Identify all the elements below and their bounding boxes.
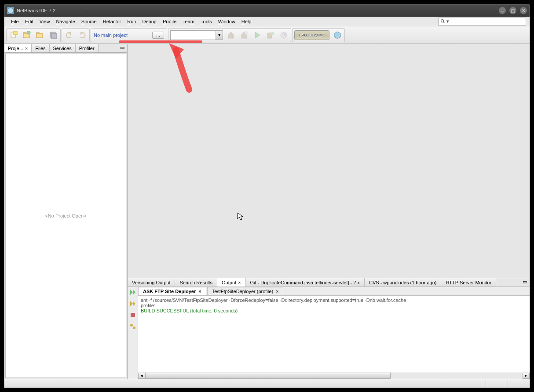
svg-point-7 — [27, 31, 30, 34]
undo-button[interactable] — [64, 30, 74, 40]
menubar: File Edit View Navigate Source Refactor … — [4, 17, 530, 26]
minimize-button[interactable]: – — [499, 7, 506, 14]
svg-rect-21 — [271, 32, 274, 35]
close-icon[interactable]: × — [198, 289, 201, 294]
memory-indicator[interactable]: 158,8/312,0MB — [294, 30, 329, 40]
scrollbar-thumb[interactable] — [145, 373, 391, 379]
minimize-output-button[interactable]: ▭ — [520, 278, 530, 287]
menu-tools[interactable]: Tools — [198, 18, 215, 25]
projects-tree: <No Project Open> — [5, 54, 126, 378]
clean-build-button[interactable] — [239, 30, 249, 40]
left-panel: Proje...× Files Services Profiler ▭ <No … — [4, 44, 128, 379]
menu-window[interactable]: Window — [215, 18, 238, 25]
menu-debug[interactable]: Debug — [139, 18, 159, 25]
console-line: profile: — [141, 303, 527, 308]
rerun-button[interactable] — [129, 289, 136, 296]
svg-marker-29 — [133, 301, 135, 306]
close-icon[interactable]: × — [238, 280, 241, 285]
settings-button[interactable] — [129, 323, 136, 330]
svg-rect-4 — [14, 31, 17, 35]
menu-profile[interactable]: Profile — [160, 18, 179, 25]
tab-output[interactable]: Output× — [217, 278, 245, 287]
svg-line-2 — [443, 22, 445, 23]
debug-button[interactable] — [265, 30, 276, 40]
netbeans-icon — [7, 7, 14, 14]
svg-marker-19 — [255, 32, 260, 38]
bottom-tabs: Versioning Output Search Results Output×… — [128, 278, 530, 287]
svg-rect-14 — [228, 35, 234, 38]
output-panel: Versioning Output Search Results Output×… — [128, 278, 530, 379]
svg-point-31 — [130, 324, 133, 327]
tab-http-monitor[interactable]: HTTP Server Monitor — [441, 278, 496, 287]
dropdown-icon: ▾ — [216, 31, 223, 40]
tab-search-results[interactable]: Search Results — [175, 278, 217, 287]
svg-rect-30 — [131, 313, 135, 317]
new-file-button[interactable] — [8, 30, 19, 40]
close-icon[interactable]: × — [276, 289, 278, 294]
save-all-button[interactable] — [48, 30, 59, 40]
run-button[interactable] — [252, 30, 263, 40]
tab-projects[interactable]: Proje...× — [4, 44, 32, 52]
profile-button[interactable] — [278, 30, 289, 40]
svg-marker-26 — [130, 290, 133, 295]
menu-team[interactable]: Team — [179, 18, 198, 25]
svg-point-32 — [133, 327, 135, 329]
maximize-button[interactable]: ▢ — [509, 7, 516, 14]
menu-file[interactable]: File — [8, 18, 22, 25]
svg-rect-9 — [37, 33, 39, 34]
redo-button[interactable] — [77, 30, 88, 40]
menu-help[interactable]: Help — [238, 18, 255, 25]
svg-marker-28 — [130, 301, 133, 306]
tab-services[interactable]: Services — [50, 44, 76, 52]
scroll-right-button[interactable]: ▸ — [523, 373, 530, 379]
close-button[interactable]: ✕ — [520, 7, 527, 14]
menu-navigate[interactable]: Navigate — [53, 18, 78, 25]
svg-rect-20 — [267, 33, 272, 38]
tab-cvs[interactable]: CVS - wp-includes (1 hour ago) — [365, 278, 441, 287]
console-line: BUILD SUCCESSFUL (total time: 0 seconds) — [141, 308, 527, 313]
svg-rect-16 — [241, 35, 247, 38]
svg-rect-6 — [23, 33, 26, 34]
menu-run[interactable]: Run — [124, 18, 139, 25]
app-window: NetBeans IDE 7.2 – ▢ ✕ File Edit View Na… — [4, 4, 530, 388]
svg-marker-25 — [169, 43, 184, 59]
main-project-label: No main project — [94, 33, 150, 38]
rerun-alt-button[interactable] — [129, 300, 136, 307]
scroll-left-button[interactable]: ◂ — [138, 373, 145, 379]
main-project-browse-button[interactable]: ... — [152, 32, 164, 39]
main-toolbar: No main project ... ▾ 158,8/312,0MB — [4, 26, 530, 44]
subtab-test-deployer[interactable]: TestFtpSiteDeployer (profile)× — [207, 287, 284, 295]
stop-button[interactable] — [129, 312, 136, 319]
horizontal-scrollbar[interactable]: ◂ ▸ — [138, 372, 530, 379]
minimize-panel-button[interactable]: ▭ — [117, 44, 127, 52]
output-toolbar — [128, 287, 138, 379]
tab-git[interactable]: Git - DuplicateCommand.java [elfinder-se… — [246, 278, 365, 287]
menu-edit[interactable]: Edit — [22, 18, 37, 25]
annotation-arrow — [167, 41, 198, 94]
tab-files[interactable]: Files — [32, 44, 49, 52]
close-icon[interactable]: × — [25, 46, 28, 51]
menu-refactor[interactable]: Refactor — [100, 18, 124, 25]
build-button[interactable] — [226, 30, 236, 40]
console-line: ant -f /sources/SVN/TestFtpSiteDeployer … — [141, 298, 527, 303]
tab-profiler[interactable]: Profiler — [76, 44, 99, 52]
quick-search-input[interactable]: ▾ — [438, 18, 526, 25]
gc-button[interactable] — [332, 30, 343, 40]
main-project-selector: No main project ... — [91, 28, 167, 42]
left-tabs: Proje...× Files Services Profiler ▭ — [4, 44, 127, 53]
svg-point-1 — [441, 19, 444, 22]
svg-marker-0 — [8, 7, 13, 14]
titlebar[interactable]: NetBeans IDE 7.2 – ▢ ✕ — [4, 4, 530, 17]
menu-source[interactable]: Source — [78, 18, 100, 25]
menu-view[interactable]: View — [37, 18, 53, 25]
new-project-button[interactable] — [22, 30, 32, 40]
open-project-button[interactable] — [35, 30, 45, 40]
console-output[interactable]: ant -f /sources/SVN/TestFtpSiteDeployer … — [138, 296, 530, 372]
run-config-combo[interactable]: ▾ — [170, 30, 223, 40]
output-subtabs: ASK FTP Site Deployer× TestFtpSiteDeploy… — [138, 287, 530, 296]
svg-marker-27 — [133, 290, 135, 295]
search-icon — [440, 19, 446, 24]
subtab-ask-deployer[interactable]: ASK FTP Site Deployer× — [138, 287, 206, 295]
tab-versioning-output[interactable]: Versioning Output — [128, 278, 175, 287]
svg-marker-24 — [334, 32, 340, 39]
